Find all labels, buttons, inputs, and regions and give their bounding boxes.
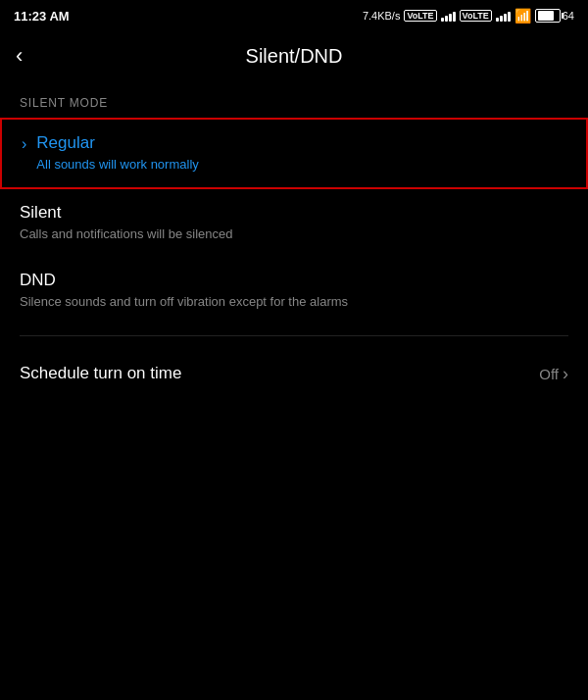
schedule-turn-on-item[interactable]: Schedule turn on time Off › xyxy=(0,346,588,402)
signal-bars-1 xyxy=(441,10,456,22)
schedule-chevron-icon: › xyxy=(563,364,568,384)
mode-content-dnd: DND Silence sounds and turn off vibratio… xyxy=(20,271,568,311)
status-bar: 11:23 AM 7.4KB/s VoLTE VoLTE 📶 64 xyxy=(0,0,588,31)
wifi-icon: 📶 xyxy=(514,8,531,24)
mode-item-regular[interactable]: › Regular All sounds will work normally xyxy=(0,118,588,189)
mode-desc-regular: All sounds will work normally xyxy=(36,156,566,174)
mode-title-regular: Regular xyxy=(36,133,566,153)
volte-icon-1: VoLTE xyxy=(404,10,436,22)
mode-title-silent: Silent xyxy=(20,203,568,223)
section-label-silent-mode: SILENT MODE xyxy=(0,80,588,118)
mode-desc-dnd: Silence sounds and turn off vibration ex… xyxy=(20,293,568,311)
mode-desc-silent: Calls and notifications will be silenced xyxy=(20,225,568,243)
mode-title-dnd: DND xyxy=(20,271,568,290)
signal-bars-2 xyxy=(496,10,511,22)
battery-icon xyxy=(535,9,561,23)
section-divider xyxy=(20,335,568,336)
mode-content-silent: Silent Calls and notifications will be s… xyxy=(20,203,568,243)
network-speed: 7.4KB/s xyxy=(363,10,401,22)
back-button[interactable]: ‹ xyxy=(16,43,23,69)
schedule-value: Off xyxy=(539,366,559,382)
mode-content-regular: Regular All sounds will work normally xyxy=(36,133,566,174)
chevron-icon-regular: › xyxy=(22,135,26,153)
battery-level: 64 xyxy=(563,10,574,22)
page-title: Silent/DND xyxy=(246,45,343,68)
page-header: ‹ Silent/DND xyxy=(0,31,588,80)
mode-item-silent[interactable]: Silent Calls and notifications will be s… xyxy=(0,189,588,257)
schedule-value-container: Off › xyxy=(539,364,568,384)
status-right: 7.4KB/s VoLTE VoLTE 📶 64 xyxy=(363,8,574,24)
mode-item-dnd[interactable]: DND Silence sounds and turn off vibratio… xyxy=(0,257,588,325)
battery-indicator: 64 xyxy=(535,9,574,23)
volte-icon-2: VoLTE xyxy=(460,10,492,22)
status-time: 11:23 AM xyxy=(14,9,70,24)
schedule-title: Schedule turn on time xyxy=(20,364,181,383)
